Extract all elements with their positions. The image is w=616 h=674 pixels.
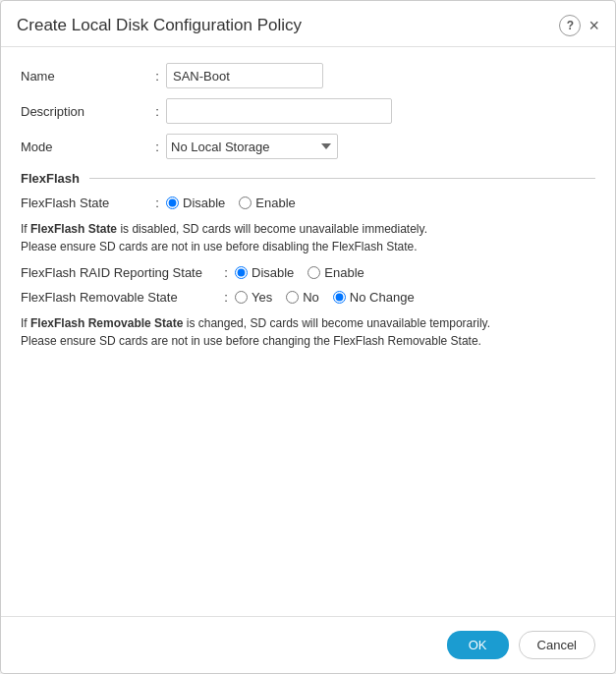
mode-row: Mode : No Local Storage Any Configuratio…	[21, 134, 595, 159]
mode-label: Mode	[21, 140, 148, 154]
flexflash-removable-nochange-label: No Change	[350, 290, 415, 305]
flexflash-state-row: FlexFlash State : Disable Enable	[21, 196, 595, 210]
description-row: Description :	[21, 98, 595, 124]
description-control	[166, 98, 595, 124]
flexflash-raid-colon: :	[217, 265, 235, 280]
flexflash-removable-control: Yes No No Change	[235, 290, 595, 305]
mode-control: No Local Storage Any Configuration RAID …	[166, 134, 595, 159]
flexflash-raid-label: FlexFlash RAID Reporting State	[21, 265, 217, 280]
close-button[interactable]: ×	[588, 17, 599, 34]
flexflash-removable-no-radio[interactable]	[286, 291, 299, 304]
description-label: Description	[21, 104, 148, 119]
flexflash-state-enable-radio[interactable]	[239, 197, 252, 209]
flexflash-section-label: FlexFlash	[21, 171, 80, 186]
header-icons: ? ×	[559, 15, 599, 36]
ok-button[interactable]: OK	[447, 631, 509, 659]
flexflash-state-colon: :	[148, 196, 166, 210]
flexflash-removable-info: If FlexFlash Removable State is changed,…	[21, 314, 595, 350]
flexflash-state-radio-group: Disable Enable	[166, 196, 595, 210]
create-policy-dialog: Create Local Disk Configuration Policy ?…	[0, 0, 616, 674]
name-input[interactable]	[166, 63, 323, 88]
dialog-body: Name : Description : Mode : No Local Sto…	[1, 47, 615, 616]
dialog-footer: OK Cancel	[1, 616, 615, 673]
flexflash-raid-control: Disable Enable	[235, 265, 595, 280]
flexflash-removable-no-option[interactable]: No	[286, 290, 319, 305]
flexflash-state-label: FlexFlash State	[21, 196, 148, 210]
flexflash-state-enable-option[interactable]: Enable	[239, 196, 295, 210]
flexflash-state-disable-label: Disable	[183, 196, 225, 210]
flexflash-raid-disable-label: Disable	[252, 265, 294, 280]
flexflash-section-divider: FlexFlash	[21, 171, 595, 186]
mode-select[interactable]: No Local Storage Any Configuration RAID …	[166, 134, 338, 159]
flexflash-raid-radio-group: Disable Enable	[235, 265, 595, 280]
flexflash-state-control: Disable Enable	[166, 196, 595, 210]
dialog-title: Create Local Disk Configuration Policy	[17, 16, 302, 35]
name-control	[166, 63, 595, 88]
flexflash-state-enable-label: Enable	[255, 196, 295, 210]
flexflash-state-disable-option[interactable]: Disable	[166, 196, 225, 210]
flexflash-raid-disable-radio[interactable]	[235, 266, 248, 279]
flexflash-removable-row: FlexFlash Removable State : Yes No No Ch…	[21, 290, 595, 305]
flexflash-removable-yes-option[interactable]: Yes	[235, 290, 272, 305]
flexflash-removable-label: FlexFlash Removable State	[21, 290, 217, 305]
flexflash-raid-row: FlexFlash RAID Reporting State : Disable…	[21, 265, 595, 280]
flexflash-raid-disable-option[interactable]: Disable	[235, 265, 294, 280]
name-colon: :	[148, 69, 166, 84]
flexflash-removable-radio-group: Yes No No Change	[235, 290, 595, 305]
flexflash-raid-enable-radio[interactable]	[308, 266, 320, 279]
help-button[interactable]: ?	[559, 15, 581, 36]
flexflash-raid-enable-label: Enable	[324, 265, 364, 280]
flexflash-removable-colon: :	[217, 290, 235, 305]
flexflash-removable-nochange-option[interactable]: No Change	[333, 290, 415, 305]
description-input[interactable]	[166, 98, 392, 124]
flexflash-raid-enable-option[interactable]: Enable	[308, 265, 364, 280]
flexflash-removable-no-label: No	[303, 290, 319, 305]
flexflash-removable-yes-label: Yes	[252, 290, 272, 305]
mode-colon: :	[148, 140, 166, 154]
cancel-button[interactable]: Cancel	[519, 631, 595, 659]
flexflash-state-info: If FlexFlash State is disabled, SD cards…	[21, 220, 595, 255]
dialog-header: Create Local Disk Configuration Policy ?…	[1, 1, 615, 47]
name-row: Name :	[21, 63, 595, 88]
divider-line	[89, 178, 595, 179]
flexflash-removable-nochange-radio[interactable]	[333, 291, 346, 304]
description-colon: :	[148, 104, 166, 119]
flexflash-state-disable-radio[interactable]	[166, 197, 179, 209]
flexflash-removable-yes-radio[interactable]	[235, 291, 248, 304]
name-label: Name	[21, 69, 148, 84]
flexflash-removable-info-bold: FlexFlash Removable State	[30, 316, 183, 330]
flexflash-state-info-bold: FlexFlash State	[30, 222, 117, 236]
